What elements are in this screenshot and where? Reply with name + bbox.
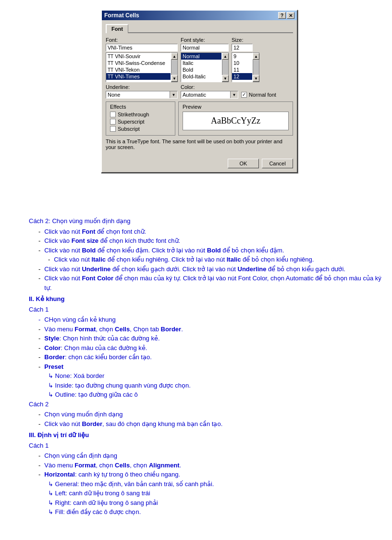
preset-outline: ↳ Outline: tạo đường giữa các ô — [48, 390, 382, 400]
dialog-controls: ? ✕ — [278, 12, 294, 19]
doc-line-1: -Click vào nút Font để chọn font chữ. — [38, 227, 382, 237]
preview-box: AaBbCcYyZz — [183, 112, 289, 130]
font-item-souvir[interactable]: TTVNI-Souvir — [106, 53, 171, 60]
font-listbox[interactable]: TTVNI-Souvir TTVNI-Swiss-Condense TTVNI-… — [106, 52, 171, 82]
dialog-title: Format Cells — [104, 12, 139, 19]
normal-font-checkbox[interactable]: ✓ — [241, 92, 247, 98]
scroll-down-arrow[interactable]: ▼ — [171, 75, 178, 82]
doc-line-2: -Click vào Font size để chọn kích thước … — [38, 236, 382, 246]
style-normal[interactable]: Normal — [181, 53, 221, 60]
size-scroll-up[interactable]: ▲ — [253, 53, 259, 60]
font-item-swiss[interactable]: TTVNI-Swiss-Condense — [106, 60, 171, 66]
fontstyle-input[interactable]: Normal — [181, 44, 229, 51]
preset-none: ↳ None: Xoá border — [48, 371, 382, 381]
size-field-group: Size: 12 9 10 11 12 ▲ ▼ — [232, 37, 260, 82]
font-item-tekon[interactable]: TTVNI-Tekon — [106, 66, 171, 73]
chon-vung3: -Chọn vùng cần định dạng — [38, 451, 382, 461]
style-bold[interactable]: Bold — [181, 66, 221, 73]
size-label: Size: — [232, 37, 260, 43]
strikethrough-row: Strikethrough — [110, 112, 171, 117]
size-11[interactable]: 11 — [232, 66, 252, 73]
fontstyle-scroll-thumb[interactable] — [222, 60, 228, 75]
font-row: Font: VNI-Times TTVNI-Souvir TTVNI-Swiss… — [106, 37, 293, 82]
doc-line-3: -Click vào nút Bold để chọn kiểu đậm. Cl… — [38, 246, 382, 255]
preset-inside: ↳ Inside: tạo đường chung quanh vùng đượ… — [48, 381, 382, 390]
chon-vung2: -Chọn vùng muốn định dạng — [38, 410, 382, 419]
size-list-container: 9 10 11 12 ▲ ▼ — [232, 52, 260, 82]
effects-title: Effects — [110, 104, 171, 110]
size-scroll-thumb[interactable] — [253, 60, 259, 75]
fontstyle-scroll-down[interactable]: ▼ — [222, 75, 229, 82]
size-scroll-down[interactable]: ▼ — [253, 75, 259, 82]
size-scrollbar[interactable]: ▲ ▼ — [253, 52, 259, 82]
subscript-label: Subscript — [118, 126, 140, 132]
color-value: Automatic — [181, 91, 230, 98]
vao-menu-format2: -Vào menu Format, chọn Cells, chọn Align… — [38, 461, 382, 470]
font-list-container: TTVNI-Souvir TTVNI-Swiss-Condense TTVNI-… — [106, 52, 178, 82]
fontstyle-scrollbar[interactable]: ▲ ▼ — [222, 52, 229, 82]
normal-font-container: ✓ Normal font — [241, 92, 276, 99]
underline-label: Underline: — [106, 84, 178, 90]
color-dropdown[interactable]: Automatic ▼ — [181, 91, 238, 99]
font-scrollbar[interactable]: ▲ ▼ — [171, 52, 178, 82]
align-left: ↳ Left: canh dữ liệu trong ô sang trái — [48, 489, 382, 498]
dialog-content: Font Font: VNI-Times TTVNI-Souvir TTVNI-… — [102, 20, 297, 157]
fontstyle-list-container: Normal Italic Bold Bold-Italic ▲ ▼ — [181, 52, 229, 82]
size-10[interactable]: 10 — [232, 60, 252, 66]
color-label: Color: — [181, 84, 238, 90]
font-item-times[interactable]: TTVNI-Times — [106, 73, 171, 80]
font-label: Font: — [106, 37, 178, 43]
underline-color-row: Underline: None ▼ Color: Automatic ▼ ✓ N… — [106, 84, 293, 99]
preview-title: Preview — [183, 104, 289, 110]
style-italic[interactable]: Italic — [181, 60, 221, 66]
size-12[interactable]: 12 — [232, 73, 252, 80]
doc-line-4: -Click vào nút Italic để chọn kiểu nghiê… — [48, 255, 382, 264]
help-button[interactable]: ? — [278, 12, 286, 19]
dialog-titlebar: Format Cells ? ✕ — [102, 11, 297, 20]
normal-font-label: Normal font — [249, 92, 276, 98]
size-input[interactable]: 12 — [232, 44, 253, 51]
scroll-up-arrow[interactable]: ▲ — [171, 53, 178, 60]
horizontal-line: -Horizontal: canh ký tự trong ô theo chi… — [38, 470, 382, 479]
superscript-row: Superscript — [110, 119, 171, 125]
document-content: Cách 2: Chọn vùng muốn định dạng -Click … — [29, 216, 382, 517]
tab-font[interactable]: Font — [106, 24, 128, 33]
border-line: -Border: chọn các kiểu border cần tạo. — [38, 352, 382, 362]
align-general: ↳ General: theo mặc định, văn bản canh t… — [48, 479, 382, 489]
strikethrough-label: Strikethrough — [118, 112, 149, 117]
ok-button[interactable]: OK — [228, 159, 259, 168]
cach1-label: Cách 1 — [29, 305, 382, 314]
scroll-thumb[interactable] — [172, 60, 177, 75]
size-listbox[interactable]: 9 10 11 12 — [232, 52, 253, 82]
underline-dropdown-arrow[interactable]: ▼ — [170, 91, 177, 98]
superscript-checkbox[interactable] — [110, 119, 116, 125]
subscript-row: Subscript — [110, 126, 171, 132]
fontstyle-listbox[interactable]: Normal Italic Bold Bold-Italic — [181, 52, 222, 82]
align-fill: ↳ Fill: điền đầy các ô được chọn. — [48, 507, 382, 517]
cancel-button[interactable]: Cancel — [262, 159, 293, 168]
vao-menu-format: -Vào menu Format, chọn Cells, Chọn tab B… — [38, 325, 382, 334]
style-bolditalic[interactable]: Bold-Italic — [181, 73, 221, 80]
effects-group: Effects Strikethrough Superscript Subscr… — [106, 101, 175, 136]
tab-bar: Font — [106, 24, 293, 33]
section3: III. Định vị trí dữ liệu — [29, 430, 382, 440]
size-9[interactable]: 9 — [232, 53, 252, 60]
color-dropdown-arrow[interactable]: ▼ — [230, 91, 238, 98]
format-cells-dialog: Format Cells ? ✕ Font Font: VNI-Times TT… — [101, 10, 298, 173]
effects-preview-row: Effects Strikethrough Superscript Subscr… — [106, 101, 293, 136]
cach1-alignment: Cách 1 — [29, 441, 382, 451]
fontstyle-label: Font style: — [181, 37, 229, 43]
preview-group: Preview AaBbCcYyZz — [178, 101, 293, 136]
underline-dropdown[interactable]: None ▼ — [106, 91, 178, 99]
close-button[interactable]: ✕ — [287, 12, 294, 19]
doc-line-5: -Click vào nút Underline để chọn kiểu gạ… — [38, 264, 382, 274]
subscript-checkbox[interactable] — [110, 126, 116, 132]
truetype-info: This is a TrueType font. The same font w… — [106, 138, 293, 150]
align-right: ↳ Right: canh dữ liệu trong ô sang phải — [48, 498, 382, 508]
underline-group: Underline: None ▼ — [106, 84, 178, 99]
strikethrough-checkbox[interactable] — [110, 112, 116, 117]
section2: II. Kẻ khung — [29, 294, 382, 304]
doc-line-6: -Click vào nút Font Color để chọn màu củ… — [38, 274, 382, 292]
font-input[interactable]: VNI-Times — [106, 44, 178, 51]
fontstyle-scroll-up[interactable]: ▲ — [222, 53, 229, 60]
